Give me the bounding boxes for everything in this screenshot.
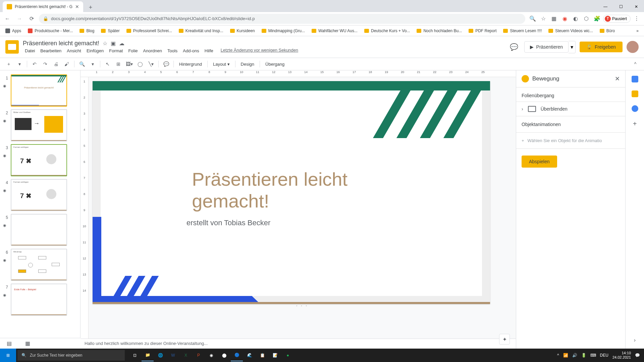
menu-view[interactable]: Ansicht (65, 48, 83, 54)
extensions-button[interactable]: 🧩 (592, 14, 602, 23)
browser-tab[interactable]: Präsentieren leicht gemacht! - G ✕ (3, 1, 83, 12)
menu-edit[interactable]: Bearbeiten (38, 48, 63, 54)
edge-taskbar-icon[interactable]: 🌐 (154, 349, 166, 361)
slide-thumbnail-2[interactable]: Bilder und Grafiken → (11, 109, 67, 141)
slide-thumbnail-6[interactable]: Mindmap (11, 249, 67, 281)
task-view-button[interactable]: ⊡ (129, 349, 141, 361)
excel-taskbar-icon[interactable]: X (180, 349, 192, 361)
menu-slide[interactable]: Folie (126, 48, 140, 54)
tray-keyboard-icon[interactable]: ⌨ (590, 353, 596, 358)
layout-button[interactable]: Layout ▾ (210, 60, 232, 68)
explore-button[interactable]: ✦ (499, 334, 510, 345)
speaker-notes[interactable]: Hallo und herzlich willkommen zu dieser … (80, 339, 516, 349)
line-tool[interactable]: ╲▾ (146, 59, 156, 69)
bookmark-item[interactable]: Steuern Videos wic... (546, 27, 596, 35)
new-slide-button[interactable]: + (4, 59, 13, 69)
filmstrip[interactable]: 1 ◉ Präsentieren leicht gemacht! 2 ◉ Bil… (0, 70, 80, 338)
start-button[interactable]: ⊞ (0, 349, 16, 362)
tray-volume-icon[interactable]: 🔊 (572, 353, 577, 358)
bookmark-item[interactable]: Später (98, 27, 122, 35)
collapse-toolbar-button[interactable]: ^ (631, 59, 640, 69)
comment-tool[interactable]: 💬 (161, 59, 171, 69)
present-dropdown[interactable]: ▾ (569, 41, 576, 53)
slides-logo[interactable] (5, 40, 19, 54)
bookmark-item[interactable]: Kreativität und Insp... (176, 27, 226, 35)
zoom-button[interactable]: 🔍 (77, 59, 87, 69)
menu-insert[interactable]: Einfügen (85, 48, 106, 54)
keep-addon-icon[interactable] (632, 90, 638, 97)
tray-battery-icon[interactable]: 🔋 (581, 353, 586, 358)
forward-button[interactable]: → (15, 14, 24, 23)
bookmark-item[interactable]: Noch hochladen Bu... (414, 27, 465, 35)
notes-resize-handle[interactable]: • • • (93, 304, 512, 308)
maximize-button[interactable]: ☐ (613, 1, 629, 12)
last-edit-link[interactable]: Letzte Änderung vor wenigen Sekunden (221, 48, 298, 54)
undo-button[interactable]: ↶ (30, 59, 39, 69)
slide-thumbnail-7[interactable]: Erste Folie – Beispiel (11, 284, 67, 316)
zoom-icon[interactable]: 🔍 (528, 14, 537, 23)
minimize-button[interactable]: — (598, 1, 613, 12)
play-button[interactable]: Abspielen (522, 156, 557, 168)
document-title[interactable]: Präsentieren leicht gemacht! (23, 40, 99, 47)
transition-button[interactable]: Übergang (263, 60, 287, 68)
menu-format[interactable]: Format (107, 48, 125, 54)
menu-help[interactable]: Hilfe (203, 48, 215, 54)
print-button[interactable]: 🖨 (51, 59, 61, 69)
notepad-taskbar-icon[interactable]: 📝 (269, 349, 281, 361)
menu-addons[interactable]: Add-ons (181, 48, 201, 54)
explorer-taskbar-icon[interactable]: 📁 (142, 349, 154, 361)
powerpoint-taskbar-icon[interactable]: P (193, 349, 205, 361)
star-icon[interactable]: ☆ (539, 14, 548, 23)
slide-thumbnail-4[interactable]: Formen einfügen 7 ✖ (11, 179, 67, 211)
share-button[interactable]: 🔒 Freigeben (580, 42, 623, 52)
edge-taskbar-icon-2[interactable]: 🌊 (244, 349, 256, 361)
cloud-saved-icon[interactable]: ☁ (119, 40, 124, 47)
slide-subtitle-text[interactable]: erstellt von Tobias Becker (186, 219, 270, 227)
menu-tools[interactable]: Tools (165, 48, 179, 54)
slide-thumbnail-5[interactable] (11, 214, 67, 246)
menu-file[interactable]: Datei (23, 48, 37, 54)
star-document-icon[interactable]: ☆ (103, 40, 107, 47)
profile-button[interactable]: T Pausiert (603, 15, 631, 23)
present-button[interactable]: ▶ Präsentieren (524, 41, 569, 53)
tray-wifi-icon[interactable]: 📶 (563, 353, 568, 358)
browser-menu-button[interactable]: ⋮ (632, 14, 641, 23)
add-addon-button[interactable]: + (633, 120, 637, 128)
new-tab-button[interactable]: + (86, 3, 95, 12)
tray-notifications-icon[interactable]: 💬 (635, 353, 640, 358)
bookmark-item[interactable]: Kursideen (227, 27, 258, 35)
tray-language[interactable]: DEU (600, 353, 608, 358)
apps-bookmark[interactable]: Apps (3, 27, 24, 35)
design-button[interactable]: Design (238, 60, 257, 68)
word-taskbar-icon[interactable]: W (167, 349, 179, 361)
menu-arrange[interactable]: Anordnen (141, 48, 164, 54)
extension-icon-1[interactable]: ▦ (549, 14, 559, 23)
extension-icon-2[interactable]: ◉ (560, 14, 570, 23)
address-bar[interactable]: 🔒 docs.google.com/presentation/d/1yV372S… (39, 14, 525, 24)
textbox-tool[interactable]: ⊞ (114, 59, 123, 69)
reload-button[interactable]: ⟳ (27, 14, 36, 23)
background-button[interactable]: Hintergrund (176, 60, 205, 68)
extension-icon-4[interactable]: ⬡ (582, 14, 591, 23)
slide-thumbnail-1[interactable]: Präsentieren leicht gemacht! (11, 74, 67, 107)
taskbar-search[interactable]: 🔍 Zur Suche Text hier eingeben (17, 350, 125, 361)
close-panel-button[interactable]: ✕ (615, 75, 620, 82)
bookmark-item[interactable]: Deutsche Kurs + Vo... (362, 27, 413, 35)
bookmark-item[interactable]: PDF Report (466, 27, 499, 35)
comments-button[interactable]: 💬 (508, 41, 520, 53)
slide-thumbnail-3[interactable]: Formen einfügen 7 ✖ (11, 144, 67, 176)
back-button[interactable]: ← (3, 14, 12, 23)
bookmark-item[interactable]: Büro (597, 27, 618, 35)
move-document-icon[interactable]: ▣ (111, 40, 116, 47)
select-tool[interactable]: ↖ (103, 59, 112, 69)
shape-tool[interactable]: ◯ (136, 59, 145, 69)
tasks-addon-icon[interactable] (632, 105, 638, 112)
account-avatar[interactable] (627, 41, 639, 53)
image-tool[interactable]: 🖼▾ (124, 59, 134, 69)
calendar-addon-icon[interactable] (632, 76, 638, 82)
slide-title-text[interactable]: Präsentieren leicht gemacht! (192, 168, 391, 212)
obs-taskbar-icon[interactable]: ⬤ (218, 349, 230, 361)
spotify-taskbar-icon[interactable]: ● (282, 349, 294, 361)
collapse-rail-button[interactable]: › (634, 337, 636, 343)
zoom-dropdown[interactable]: ▾ (88, 59, 97, 69)
